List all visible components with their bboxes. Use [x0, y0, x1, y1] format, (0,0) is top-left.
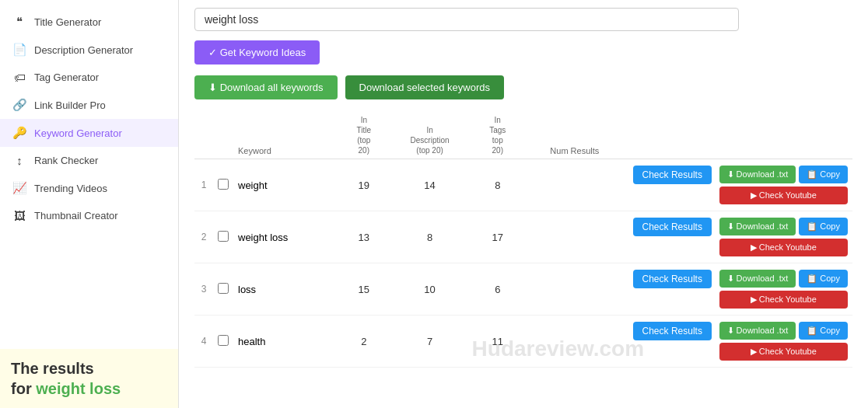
download-txt-button[interactable]: ⬇ Download .txt	[719, 322, 796, 340]
col-in-title: InTitle(top20)	[342, 112, 386, 159]
download-txt-button[interactable]: ⬇ Download .txt	[719, 270, 796, 288]
actions-cell: Check Results ⬇ Download .txt 📋 Copy ▶ C…	[628, 159, 852, 211]
action-row-bottom: ▶ Check Youtube	[719, 239, 848, 256]
copy-icon: 📋	[807, 274, 820, 283]
rank-checker-icon: ↕	[12, 154, 26, 167]
num-results-cell	[521, 316, 628, 368]
check-results-button[interactable]: Check Results	[633, 218, 712, 236]
row-checkbox-cell	[213, 211, 233, 263]
sidebar-item-description-generator[interactable]: 📄 Description Generator	[0, 36, 178, 64]
col-num-results: Num Results	[521, 112, 628, 159]
keyword-cell: weight loss	[233, 211, 342, 263]
action-group: ⬇ Download .txt 📋 Copy ▶ Check Youtube	[719, 270, 848, 309]
check-youtube-button[interactable]: ▶ Check Youtube	[719, 239, 848, 256]
action-group: ⬇ Download .txt 📋 Copy ▶ Check Youtube	[719, 322, 848, 361]
col-in-tags: InTagstop20)	[474, 112, 521, 159]
download-icon: ⬇	[727, 169, 737, 179]
check-results-button[interactable]: Check Results	[633, 270, 712, 288]
row-number: 3	[194, 263, 213, 316]
check-youtube-button[interactable]: ▶ Check Youtube	[719, 291, 848, 309]
num-results-cell	[521, 211, 628, 263]
get-keyword-ideas-button[interactable]: Get Keyword Ideas	[194, 40, 320, 65]
trending-videos-icon: 📈	[12, 181, 26, 195]
action-row-bottom: ▶ Check Youtube	[719, 291, 848, 309]
check-results-button[interactable]: Check Results	[633, 322, 712, 340]
check-results-button[interactable]: Check Results	[633, 166, 712, 184]
download-selected-keywords-button[interactable]: Download selected keywords	[345, 75, 504, 99]
in-tags-cell: 6	[474, 263, 521, 316]
row-checkbox[interactable]	[218, 179, 229, 190]
keyword-generator-icon: 🔑	[12, 126, 26, 140]
sidebar: ❝ Title Generator 📄 Description Generato…	[0, 0, 179, 408]
sidebar-item-label: Thumbnail Creator	[34, 210, 118, 221]
title-generator-icon: ❝	[12, 15, 26, 29]
download-icon: ⬇	[727, 326, 737, 335]
action-row-bottom: ▶ Check Youtube	[719, 343, 848, 361]
sidebar-item-trending-videos[interactable]: 📈 Trending Videos	[0, 174, 178, 202]
youtube-icon: ▶	[751, 295, 759, 304]
action-row-top: ⬇ Download .txt 📋 Copy	[719, 322, 848, 340]
sidebar-item-keyword-generator[interactable]: 🔑 Keyword Generator	[0, 119, 178, 147]
col-in-desc: InDescription(top 20)	[386, 112, 474, 159]
main-content: Get Keyword Ideas ⬇ Download all keyword…	[179, 0, 868, 408]
in-title-cell: 15	[342, 263, 386, 316]
sidebar-item-link-builder[interactable]: 🔗 Link Builder Pro	[0, 91, 178, 119]
description-generator-icon: 📄	[12, 43, 26, 57]
in-desc-cell: 14	[386, 159, 474, 211]
sidebar-item-label: Keyword Generator	[34, 127, 122, 139]
check-youtube-button[interactable]: ▶ Check Youtube	[719, 343, 848, 361]
download-buttons-row: ⬇ Download all keywords Download selecte…	[194, 75, 852, 99]
table-row: 3 loss 15 10 6 Check Results ⬇ Download …	[194, 263, 852, 316]
copy-button[interactable]: 📋 Copy	[799, 322, 848, 340]
num-results-cell	[521, 159, 628, 211]
check-youtube-button[interactable]: ▶ Check Youtube	[719, 187, 848, 204]
keyword-cell: weight	[233, 159, 342, 211]
youtube-icon: ▶	[751, 190, 759, 200]
sidebar-item-tag-generator[interactable]: 🏷 Tag Generator	[0, 64, 178, 91]
in-tags-cell: 11	[474, 316, 521, 368]
download-txt-button[interactable]: ⬇ Download .txt	[719, 218, 796, 235]
download-all-keywords-button[interactable]: ⬇ Download all keywords	[194, 75, 338, 99]
copy-button[interactable]: 📋 Copy	[799, 270, 848, 288]
row-checkbox[interactable]	[218, 231, 229, 242]
download-icon: ⬇	[727, 274, 737, 283]
sidebar-item-label: Tag Generator	[34, 71, 99, 83]
sidebar-item-title-generator[interactable]: ❝ Title Generator	[0, 8, 178, 36]
row-checkbox[interactable]	[218, 335, 229, 346]
sidebar-item-label: Description Generator	[34, 44, 133, 56]
thumbnail-creator-icon: 🖼	[12, 209, 26, 222]
sidebar-item-label: Rank Checker	[34, 155, 98, 166]
copy-icon: 📋	[807, 169, 820, 179]
row-number: 2	[194, 211, 213, 263]
in-desc-cell: 10	[386, 263, 474, 316]
in-title-cell: 13	[342, 211, 386, 263]
in-tags-cell: 8	[474, 159, 521, 211]
actions-cell: Check Results ⬇ Download .txt 📋 Copy ▶ C…	[628, 263, 852, 316]
copy-button[interactable]: 📋 Copy	[799, 218, 848, 235]
youtube-icon: ▶	[751, 242, 759, 252]
row-checkbox-cell	[213, 263, 233, 316]
download-txt-button[interactable]: ⬇ Download .txt	[719, 166, 796, 183]
action-group: ⬇ Download .txt 📋 Copy ▶ Check Youtube	[719, 166, 848, 204]
copy-button[interactable]: 📋 Copy	[799, 166, 848, 183]
row-number: 1	[194, 159, 213, 211]
sidebar-item-rank-checker[interactable]: ↕ Rank Checker	[0, 147, 178, 174]
action-row-bottom: ▶ Check Youtube	[719, 187, 848, 204]
highlight-line1: The results	[11, 360, 94, 377]
in-title-cell: 2	[342, 316, 386, 368]
row-number: 4	[194, 316, 213, 368]
actions-cell: Check Results ⬇ Download .txt 📋 Copy ▶ C…	[628, 316, 852, 368]
copy-icon: 📋	[807, 326, 820, 335]
action-group: ⬇ Download .txt 📋 Copy ▶ Check Youtube	[719, 218, 848, 256]
search-input[interactable]	[194, 8, 739, 31]
col-keyword: Keyword	[233, 112, 342, 159]
youtube-icon: ▶	[751, 347, 759, 356]
row-checkbox-cell	[213, 316, 233, 368]
sidebar-item-thumbnail-creator[interactable]: 🖼 Thumbnail Creator	[0, 202, 178, 229]
action-row-top: ⬇ Download .txt 📋 Copy	[719, 218, 848, 235]
in-desc-cell: 7	[386, 316, 474, 368]
search-row	[194, 8, 852, 31]
download-icon: ⬇	[727, 221, 737, 231]
row-checkbox[interactable]	[218, 283, 229, 294]
sidebar-item-label: Trending Videos	[34, 183, 107, 194]
